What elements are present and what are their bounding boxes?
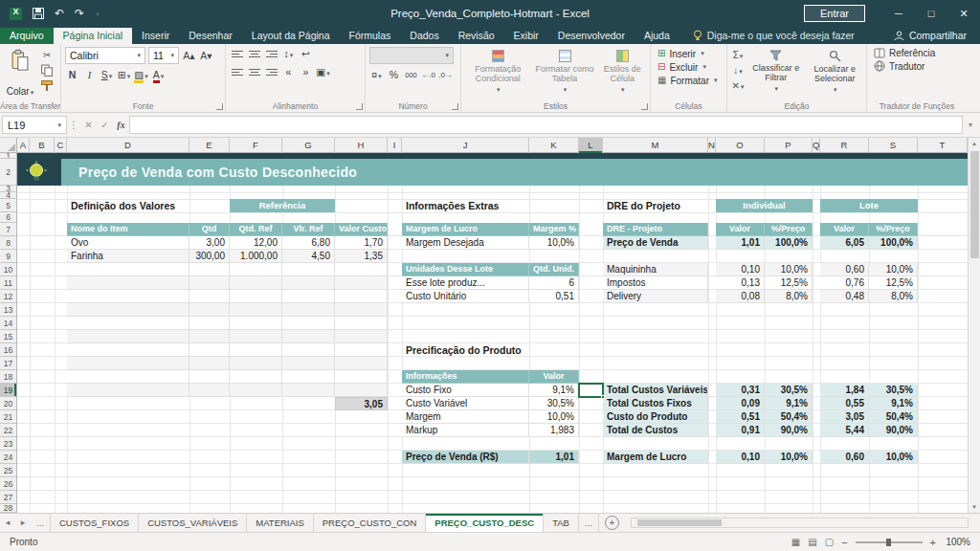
number-dialog-launcher-icon[interactable]	[452, 103, 458, 110]
column-header[interactable]: F	[230, 138, 282, 153]
cell[interactable]: 0,48	[820, 290, 869, 303]
cell[interactable]	[335, 317, 388, 330]
cell[interactable]: 0,60	[820, 451, 869, 464]
reference-button[interactable]: Referência	[871, 47, 963, 59]
paste-button[interactable]: Colar▾	[4, 47, 36, 99]
cancel-entry-icon[interactable]: ✕	[80, 120, 97, 130]
ribbon-tab[interactable]: Revisão	[449, 28, 504, 44]
ribbon-tab[interactable]: Dados	[400, 28, 448, 44]
cell[interactable]: 90,0%	[765, 424, 813, 437]
cell[interactable]: Esse lote produz...	[402, 276, 529, 290]
cell[interactable]: 0,10	[716, 263, 765, 276]
horizontal-scrollbar[interactable]	[631, 518, 969, 528]
row-header[interactable]: 18	[0, 370, 16, 384]
cell[interactable]: Qtd. Unid.	[529, 263, 579, 276]
cell[interactable]: 100,0%	[869, 236, 918, 250]
cell[interactable]: 0,76	[820, 276, 869, 290]
zoom-slider-thumb[interactable]	[886, 539, 891, 546]
cell[interactable]: 10,0%	[529, 410, 579, 424]
decrease-indent-icon[interactable]: «	[281, 65, 296, 79]
sheet-tab[interactable]: MATERIAIS	[247, 514, 314, 532]
column-header[interactable]: L	[579, 138, 603, 153]
row-header[interactable]: 9	[0, 250, 16, 263]
save-icon[interactable]	[33, 8, 44, 19]
cell[interactable]	[189, 317, 230, 330]
cell[interactable]: 0,60	[820, 263, 869, 276]
styles-dialog-launcher-icon[interactable]	[641, 103, 648, 110]
cell[interactable]	[189, 263, 230, 276]
ribbon-tab[interactable]: Exibir	[504, 28, 548, 44]
align-left-icon[interactable]	[230, 65, 244, 79]
close-button[interactable]: ✕	[947, 0, 980, 27]
row-header[interactable]: 5	[0, 199, 16, 212]
copy-icon[interactable]	[40, 64, 54, 77]
cell[interactable]	[230, 276, 282, 290]
column-header[interactable]: R	[820, 138, 869, 153]
row-header[interactable]: 24	[0, 451, 16, 464]
wrap-text-icon[interactable]: ↩	[299, 47, 313, 61]
individual-header[interactable]: Individual	[716, 199, 813, 212]
cell[interactable]: %/Preço	[869, 223, 918, 236]
formula-input[interactable]	[129, 116, 963, 134]
row-header[interactable]: 11	[0, 276, 16, 290]
grow-font-button[interactable]: A▴	[182, 49, 196, 63]
align-bottom-icon[interactable]	[264, 47, 278, 61]
column-header[interactable]: J	[402, 138, 529, 153]
cell[interactable]: 12,00	[230, 236, 282, 250]
ribbon-tab[interactable]: Layout da Página	[242, 28, 340, 44]
zoom-level[interactable]: 100%	[944, 537, 970, 547]
cell[interactable]: Total de Custos	[603, 424, 708, 437]
select-all-corner[interactable]	[0, 138, 17, 153]
cell[interactable]: Margem de Lucro	[603, 451, 708, 464]
cell[interactable]	[335, 263, 388, 276]
cell[interactable]	[230, 290, 282, 303]
page-layout-view-icon[interactable]: ▤	[808, 537, 816, 547]
cell[interactable]: 90,0%	[869, 424, 918, 437]
autosum-icon[interactable]: Σ▾	[731, 49, 745, 61]
cell[interactable]: 10,0%	[869, 451, 918, 464]
cell[interactable]: 12,5%	[869, 276, 918, 290]
qat-customize-icon[interactable]: ▾	[96, 11, 100, 17]
section-title-dre[interactable]: DRE do Projeto	[607, 199, 680, 212]
row-header[interactable]: 4	[0, 192, 16, 199]
column-header[interactable]: A	[17, 138, 30, 153]
lote-header[interactable]: Lote	[820, 199, 918, 212]
vertical-scrollbar[interactable]: ▴ ▾	[968, 138, 980, 513]
row-header[interactable]: 14	[0, 317, 16, 330]
insert-function-icon[interactable]: fx	[113, 120, 129, 130]
column-header[interactable]: E	[189, 138, 230, 153]
cell[interactable]	[230, 330, 282, 343]
sheet-tab[interactable]: PREÇO_CUSTO_DESC	[426, 514, 544, 532]
column-header[interactable]: T	[918, 138, 968, 153]
sign-in-button[interactable]: Entrar	[804, 5, 865, 22]
selected-cell-L19[interactable]	[578, 383, 604, 398]
cell[interactable]	[335, 330, 388, 343]
confirm-entry-icon[interactable]: ✓	[97, 120, 113, 130]
cell[interactable]: 100,0%	[765, 236, 813, 250]
cell[interactable]	[282, 357, 335, 370]
ribbon-tab[interactable]: Inserir	[132, 28, 179, 44]
name-box[interactable]: L19▾	[2, 116, 67, 134]
cell[interactable]: 4,50	[282, 250, 335, 263]
insert-cells-button[interactable]: ⊞Inserir▾	[655, 47, 723, 60]
row-header[interactable]: 2	[0, 159, 16, 186]
cell[interactable]: Qtd. Ref	[230, 223, 282, 236]
ribbon-tab[interactable]: Desenvolvedor	[548, 28, 635, 44]
cell[interactable]: 12,5%	[765, 276, 813, 290]
new-sheet-button[interactable]: +	[605, 516, 619, 530]
cell[interactable]: Preço de Venda (R$)	[402, 451, 529, 464]
cell[interactable]: Valor	[716, 223, 765, 236]
zoom-out-icon[interactable]: −	[841, 537, 847, 548]
cell[interactable]: Maquininha	[603, 263, 708, 276]
row-header[interactable]: 7	[0, 223, 16, 236]
format-painter-icon[interactable]	[40, 79, 54, 92]
row-header[interactable]: 26	[0, 477, 16, 491]
cell[interactable]: 6	[529, 276, 579, 290]
column-header[interactable]: M	[603, 138, 708, 153]
row-header[interactable]: 15	[0, 330, 16, 343]
row-header[interactable]: 8	[0, 236, 16, 250]
section-title-definicao[interactable]: Definição dos Valores	[71, 199, 175, 212]
redo-icon[interactable]: ↷	[75, 8, 84, 19]
formula-bar-expand-icon[interactable]: ▾	[963, 121, 978, 129]
cell[interactable]	[282, 330, 335, 343]
